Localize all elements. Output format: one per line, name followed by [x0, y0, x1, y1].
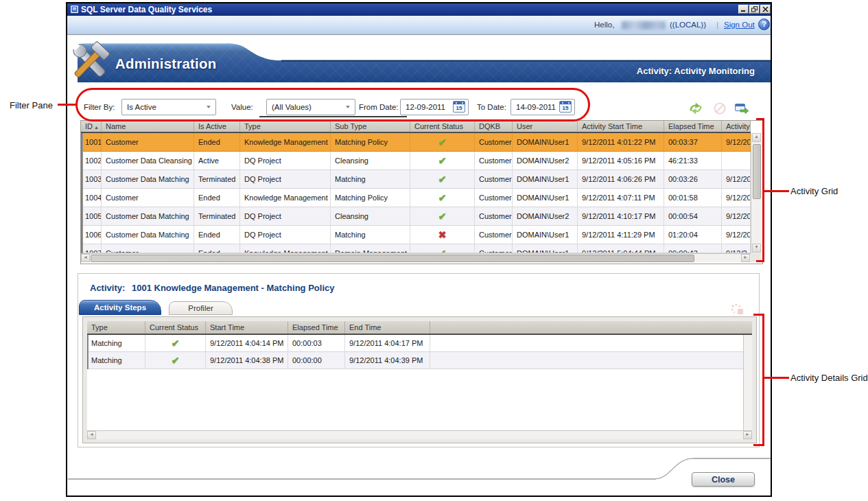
export-icon[interactable]: [734, 102, 749, 115]
tab-profiler[interactable]: Profiler: [169, 301, 233, 315]
column-header[interactable]: Elapsed Time: [288, 321, 345, 334]
close-button[interactable]: Close: [692, 472, 755, 487]
refresh-icon[interactable]: [688, 102, 703, 115]
grid-cell: 01:20:04: [664, 226, 722, 244]
grid-cell: Customer: [475, 207, 513, 225]
column-header[interactable]: Name: [102, 121, 194, 132]
column-header[interactable]: Activity: [722, 121, 751, 132]
scroll-left-button[interactable]: ◄: [87, 431, 96, 439]
grid-cell: 9/12/2011 4:10:17 PM: [578, 207, 664, 225]
grid-cell: 9/12/2011 4:06:26 PM: [578, 170, 664, 188]
status-success-icon: ✔: [145, 335, 206, 351]
grid-cell: 1003: [81, 170, 102, 188]
grid-cell: 1006: [81, 226, 102, 244]
grid-cell: 9/12/20: [722, 170, 751, 188]
grid-cell: Customer: [475, 170, 513, 188]
username-redacted: [622, 21, 666, 30]
grid-cell: Matching Policy: [331, 133, 410, 151]
callout-line: [764, 377, 789, 379]
status-error-icon: ✖: [410, 226, 475, 244]
grid-cell: 9/12/2011 4:04:17 PM: [345, 335, 430, 351]
table-row[interactable]: 1005Customer Data MatchingTerminatedDQ P…: [81, 207, 751, 226]
table-row[interactable]: 1002Customer Data CleansingActiveDQ Proj…: [81, 152, 751, 170]
minimize-button[interactable]: [738, 5, 749, 14]
grid-cell: 9/12/2011 4:04:39 PM: [345, 352, 430, 369]
grid-cell: 1001: [81, 133, 102, 151]
column-header[interactable]: Type: [87, 321, 145, 334]
terminate-disabled-icon: [712, 102, 727, 115]
table-row[interactable]: 1006Customer Data MatchingEndedDQ Projec…: [81, 226, 751, 244]
horizontal-scrollbar[interactable]: ◄►: [81, 253, 751, 262]
grid-cell: Customer: [475, 189, 513, 207]
grid-cell: Ended: [194, 133, 240, 151]
activity-details-section: Activity: 1001 Knowledge Management - Ma…: [78, 273, 760, 447]
grid-cell: DOMAIN\User1: [513, 189, 578, 207]
restore-button[interactable]: [749, 5, 760, 14]
table-row[interactable]: Matching✔9/12/2011 4:04:14 PM00:00:039/1…: [87, 335, 743, 352]
activity-context: Activity: Activity Monitoring: [637, 66, 755, 76]
grid-cell: 9/12/20: [722, 207, 751, 225]
help-icon[interactable]: ?: [758, 19, 770, 30]
grid-cell: 9/12/2011 4:01:22 PM: [578, 133, 664, 151]
column-header[interactable]: Activity Start Time: [578, 121, 664, 132]
status-success-icon: ✔: [410, 170, 475, 188]
column-header[interactable]: ID ▲: [81, 121, 102, 132]
sort-ascending-icon: ▲: [93, 125, 99, 130]
footer-line: [68, 478, 656, 480]
bracket-tick: [753, 314, 762, 316]
close-window-button[interactable]: [760, 5, 771, 14]
grid-cell: DQ Project: [240, 226, 331, 244]
table-row[interactable]: 1003Customer Data MatchingTerminatedDQ P…: [81, 170, 751, 189]
grid-empty-area: [87, 369, 743, 430]
tab-activity-steps[interactable]: Activity Steps: [79, 300, 161, 315]
grid-cell: 9/12/2: [722, 244, 751, 253]
scroll-down-button[interactable]: ▼: [752, 244, 761, 253]
grid-cell: Matching: [331, 170, 410, 188]
spinner-icon: [730, 303, 745, 316]
sign-out-link[interactable]: Sign Out: [724, 21, 755, 29]
scroll-up-button[interactable]: ▲: [752, 133, 761, 142]
grid-cell: Knowledge Management: [240, 133, 331, 151]
column-header[interactable]: Current Status: [410, 121, 475, 132]
grid-cell: DOMAIN\User1: [513, 170, 578, 188]
grid-cell: 00:00:43: [664, 244, 722, 253]
scroll-left-button[interactable]: ◄: [81, 254, 90, 262]
scroll-right-button[interactable]: ►: [743, 431, 752, 439]
horizontal-scrollbar[interactable]: ◄►: [87, 430, 752, 439]
annotation-activity-details-grid: Activity Details Grid: [790, 373, 868, 383]
scroll-right-button[interactable]: ►: [741, 254, 750, 262]
app-icon: [70, 5, 79, 14]
grid-cell: 00:03:37: [664, 133, 722, 151]
grid-cell: DQ Project: [240, 207, 331, 225]
grid-cell: DOMAIN\User2: [513, 207, 578, 225]
column-header[interactable]: Sub Type: [331, 121, 410, 132]
column-header[interactable]: User: [513, 121, 578, 132]
column-header[interactable]: Is Active: [194, 121, 240, 132]
column-header[interactable]: End Time: [345, 321, 430, 334]
filter-pane-callout-oval: [75, 88, 590, 121]
column-header[interactable]: Start Time: [206, 321, 288, 334]
column-header[interactable]: DQKB: [475, 121, 513, 132]
grid-cell: 46:21:33: [664, 152, 722, 170]
status-success-icon: ✔: [410, 207, 475, 225]
vertical-scrollbar[interactable]: ▲▼: [751, 133, 761, 253]
table-row[interactable]: 1001CustomerEndedKnowledge ManagementMat…: [81, 133, 751, 152]
app-window: SQL Server Data Quality Services Hello, …: [66, 2, 772, 497]
grid-cell: 9/12/20: [722, 133, 751, 151]
vertical-scrollbar[interactable]: [743, 335, 752, 430]
grid-cell: [722, 152, 751, 170]
scroll-thumb[interactable]: [91, 255, 694, 262]
table-row[interactable]: 1007CustomerEndedKnowledge ManagementDom…: [81, 244, 751, 253]
bracket-tick: [753, 444, 762, 446]
grid-cell: 1007: [81, 244, 102, 253]
column-header[interactable]: Type: [240, 121, 331, 132]
callout-line: [764, 190, 789, 192]
table-row[interactable]: Matching✔9/12/2011 4:04:38 PM00:00:009/1…: [87, 352, 743, 369]
table-row[interactable]: 1004CustomerEndedKnowledge ManagementMat…: [81, 189, 751, 207]
activity-details-grid-bracket: [762, 314, 764, 446]
grid-cell: Terminated: [194, 170, 240, 188]
scroll-thumb[interactable]: [753, 144, 761, 199]
grid-cell: Customer: [475, 244, 513, 253]
column-header[interactable]: Current Status: [145, 321, 206, 334]
column-header[interactable]: Elapsed Time: [664, 121, 722, 132]
